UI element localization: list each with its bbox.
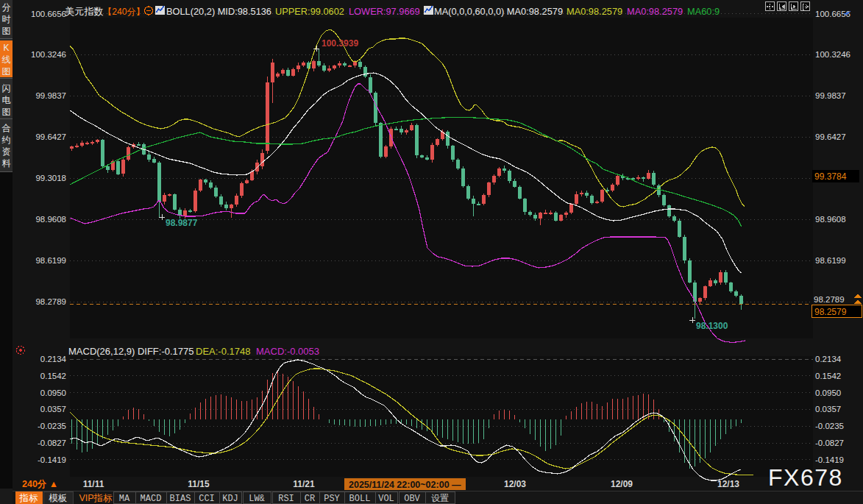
svg-text:11/21: 11/21	[293, 479, 315, 489]
svg-text:0.0950: 0.0950	[815, 388, 841, 397]
svg-text:98.1300: 98.1300	[696, 321, 728, 331]
svg-text:VIP指标: VIP指标	[79, 493, 113, 503]
svg-text:99.6427: 99.6427	[815, 132, 846, 141]
svg-text:模板: 模板	[49, 493, 68, 503]
svg-text:12/13: 12/13	[717, 479, 739, 489]
svg-text:99.3018: 99.3018	[35, 174, 66, 182]
svg-text:MA0:98.2579: MA0:98.2579	[627, 6, 683, 17]
svg-text:MACD(26,12,9) DIFF:-0.1775: MACD(26,12,9) DIFF:-0.1775	[68, 346, 194, 357]
svg-text:100.3246: 100.3246	[31, 50, 66, 59]
svg-text:-0.1419: -0.1419	[815, 455, 844, 464]
svg-text:资: 资	[2, 146, 11, 157]
svg-text:98.9608: 98.9608	[35, 215, 66, 224]
svg-text:100.6656: 100.6656	[31, 10, 66, 18]
svg-text:MA0:98.2579: MA0:98.2579	[567, 6, 622, 17]
svg-text:12/03: 12/03	[504, 479, 526, 489]
svg-text:11/15: 11/15	[188, 479, 210, 489]
svg-text:CCI: CCI	[199, 494, 215, 504]
svg-text:0.1542: 0.1542	[40, 372, 66, 380]
svg-text:98.9608: 98.9608	[815, 215, 846, 224]
svg-text:UPPER:99.0602: UPPER:99.0602	[275, 6, 344, 17]
svg-text:BOLL(20,2) MID:98.5136: BOLL(20,2) MID:98.5136	[166, 6, 271, 17]
svg-text:99.9837: 99.9837	[815, 91, 846, 100]
svg-text:0.2134: 0.2134	[40, 355, 67, 363]
svg-text:MACD: MACD	[141, 494, 162, 504]
svg-text:99.9837: 99.9837	[35, 91, 66, 100]
svg-text:时: 时	[2, 14, 11, 24]
svg-text:-0.0827: -0.0827	[38, 439, 66, 447]
svg-text:98.2579: 98.2579	[814, 307, 847, 317]
svg-text:LW&: LW&	[249, 494, 265, 504]
svg-text:0.1542: 0.1542	[815, 372, 841, 380]
svg-text:0.2134: 0.2134	[815, 355, 842, 363]
svg-text:98.6199: 98.6199	[815, 256, 846, 265]
svg-text:100.3939: 100.3939	[322, 38, 358, 49]
svg-text:99.6427: 99.6427	[35, 132, 66, 141]
svg-text:PSY: PSY	[324, 494, 340, 504]
svg-text:图: 图	[2, 66, 11, 77]
svg-text:98.6199: 98.6199	[35, 256, 66, 265]
svg-text:图: 图	[2, 107, 11, 117]
svg-text:MACD:-0.0053: MACD:-0.0053	[256, 346, 319, 357]
svg-text:2025/11/24 22:00~02:00 —: 2025/11/24 22:00~02:00 —	[349, 480, 461, 490]
svg-text:11/11: 11/11	[83, 479, 104, 489]
svg-text:料: 料	[2, 158, 11, 168]
svg-text:线: 线	[2, 54, 11, 65]
svg-text:98.9877: 98.9877	[166, 218, 198, 228]
svg-text:98.2789: 98.2789	[814, 295, 845, 304]
svg-text:闪: 闪	[2, 83, 11, 93]
svg-text:OBV: OBV	[404, 494, 420, 504]
svg-text:K: K	[3, 43, 9, 53]
svg-text:0.0950: 0.0950	[40, 388, 66, 397]
svg-text:BIAS: BIAS	[170, 494, 191, 504]
svg-text:-0.0827: -0.0827	[815, 439, 844, 447]
svg-text:MA: MA	[119, 494, 130, 504]
svg-text:0.0357: 0.0357	[815, 405, 841, 414]
svg-text:-0.1419: -0.1419	[38, 455, 66, 464]
svg-text:CR: CR	[305, 494, 315, 504]
svg-text:DEA:-0.1748: DEA:-0.1748	[196, 346, 250, 357]
svg-text:MA60:9: MA60:9	[687, 6, 720, 17]
svg-text:12/09: 12/09	[611, 479, 633, 489]
svg-text:KDJ: KDJ	[222, 494, 238, 504]
svg-text:VOL: VOL	[378, 494, 394, 504]
svg-text:99.3784: 99.3784	[814, 171, 847, 182]
svg-text:-0.0235: -0.0235	[815, 422, 844, 430]
svg-text:-0.0235: -0.0235	[38, 422, 66, 430]
svg-text:指标: 指标	[19, 493, 39, 503]
svg-text:MA(0,0,0,60,0,0) MA0:98.2579: MA(0,0,0,60,0,0) MA0:98.2579	[434, 6, 563, 17]
svg-text:0.0357: 0.0357	[40, 405, 66, 414]
svg-text:图: 图	[2, 26, 11, 36]
svg-text:240分 ▲: 240分 ▲	[22, 479, 58, 489]
svg-text:100.3246: 100.3246	[815, 50, 850, 59]
svg-text:合: 合	[2, 123, 11, 133]
svg-text:设置: 设置	[431, 493, 449, 503]
svg-text:约: 约	[2, 135, 11, 145]
svg-text:分: 分	[2, 2, 11, 13]
svg-text:98.2789: 98.2789	[35, 297, 66, 306]
svg-text:电: 电	[2, 95, 11, 105]
svg-text:【240分】: 【240分】	[103, 7, 145, 17]
svg-text:RSI: RSI	[278, 494, 294, 504]
svg-text:BOLL: BOLL	[349, 494, 371, 504]
svg-text:FX678: FX678	[768, 464, 843, 491]
svg-text:美元指数: 美元指数	[65, 6, 104, 17]
svg-text:LOWER:97.9669: LOWER:97.9669	[349, 6, 420, 17]
